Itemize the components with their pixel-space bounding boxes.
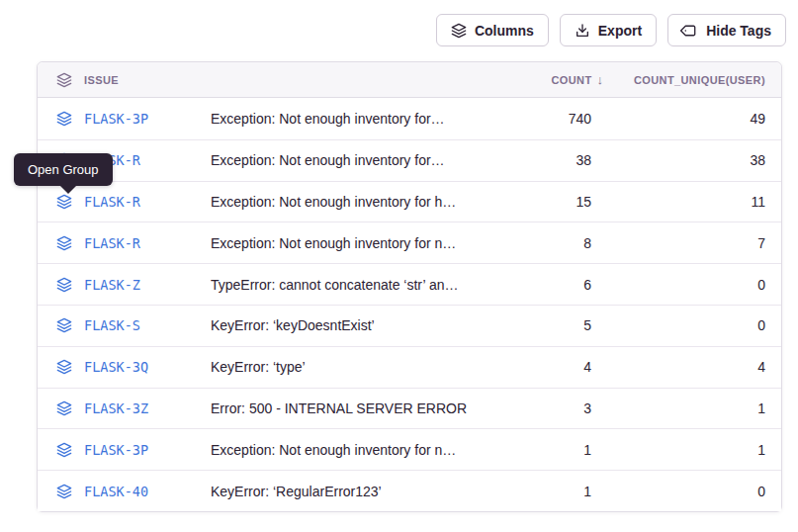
table-row: FLASK-R Exception: Not enough inventory … [38, 139, 781, 181]
count-value: 38 [494, 152, 603, 168]
issue-layers-icon[interactable] [56, 442, 72, 458]
tooltip-caret [60, 186, 76, 194]
issue-link[interactable]: FLASK-S [84, 317, 140, 333]
count-value: 5 [494, 317, 603, 333]
table-body: FLASK-3P Exception: Not enough inventory… [38, 98, 781, 511]
download-icon [575, 23, 590, 39]
issue-link[interactable]: FLASK-3Q [84, 359, 148, 375]
issue-layers-icon[interactable] [56, 400, 72, 416]
issue-cell: FLASK-40 [38, 484, 211, 499]
column-header-issue[interactable]: ISSUE [38, 72, 211, 88]
issue-link[interactable]: FLASK-Z [84, 277, 140, 293]
issue-link[interactable]: FLASK-3P [84, 442, 148, 458]
hide-tags-button[interactable]: Hide Tags [667, 14, 786, 46]
table-row: FLASK-R Exception: Not enough inventory … [38, 222, 781, 263]
count-unique-value: 38 [603, 152, 781, 168]
issue-title: Exception: Not enough inventory for… [211, 152, 494, 168]
count-value: 15 [494, 194, 603, 210]
column-header-issue-label: ISSUE [84, 74, 119, 86]
issue-layers-icon[interactable] [56, 194, 72, 210]
open-group-tooltip: Open Group [14, 153, 113, 186]
issue-title: KeyError: ‘keyDoesntExist’ [211, 317, 494, 333]
count-unique-value: 0 [603, 277, 781, 293]
discover-results-page: Columns Export Hide Tags ISSUE [0, 0, 798, 532]
export-button-label: Export [598, 23, 642, 39]
issue-title: TypeError: cannot concatenate ‘str’ an… [211, 277, 494, 293]
count-unique-value: 0 [603, 484, 781, 499]
issue-link[interactable]: FLASK-R [84, 235, 140, 251]
count-unique-value: 1 [603, 442, 781, 458]
tag-icon [679, 19, 702, 42]
count-unique-value: 4 [603, 359, 781, 375]
column-header-count-unique[interactable]: COUNT_UNIQUE(USER) [603, 74, 781, 86]
issue-cell: FLASK-Z [38, 277, 211, 293]
count-value: 6 [494, 277, 603, 293]
column-header-count-label: COUNT [551, 74, 591, 86]
issue-cell: FLASK-3P [38, 442, 211, 458]
table-header: ISSUE COUNT ↓ COUNT_UNIQUE(USER) [38, 62, 781, 98]
issue-link[interactable]: FLASK-40 [84, 484, 148, 499]
issue-cell: FLASK-S [38, 317, 211, 333]
issue-cell: FLASK-R [38, 194, 211, 210]
issues-table: ISSUE COUNT ↓ COUNT_UNIQUE(USER) FLASK-3… [37, 61, 782, 512]
issue-link[interactable]: FLASK-3P [84, 111, 148, 127]
count-unique-value: 1 [603, 400, 781, 416]
layers-icon [56, 72, 72, 88]
issue-title: KeyError: ‘RegularError123’ [211, 484, 494, 499]
column-header-count-unique-label: COUNT_UNIQUE(USER) [634, 74, 765, 86]
table-row: FLASK-3Q KeyError: ‘type’ 4 4 [38, 346, 781, 388]
issue-title: Exception: Not enough inventory for h… [211, 194, 494, 210]
count-value: 1 [494, 442, 603, 458]
toolbar: Columns Export Hide Tags [0, 14, 786, 46]
columns-button[interactable]: Columns [436, 14, 549, 46]
table-row: FLASK-40 KeyError: ‘RegularError123’ 1 0 [38, 470, 781, 511]
table-row: FLASK-R Exception: Not enough inventory … [38, 181, 781, 222]
issue-cell: FLASK-R [38, 235, 211, 251]
count-unique-value: 11 [603, 194, 781, 210]
issue-cell: FLASK-3Z [38, 400, 211, 416]
issue-link[interactable]: FLASK-R [84, 194, 140, 210]
count-value: 4 [494, 359, 603, 375]
hide-tags-button-label: Hide Tags [706, 23, 771, 39]
issue-cell: FLASK-3Q [38, 359, 211, 375]
issue-title: KeyError: ‘type’ [211, 359, 494, 375]
issue-title: Exception: Not enough inventory for n… [211, 442, 494, 458]
count-value: 8 [494, 235, 603, 251]
issue-layers-icon[interactable] [56, 359, 72, 375]
table-row: FLASK-Z TypeError: cannot concatenate ‘s… [38, 263, 781, 305]
table-row: FLASK-3P Exception: Not enough inventory… [38, 428, 781, 470]
export-button[interactable]: Export [560, 14, 657, 46]
issue-layers-icon[interactable] [56, 235, 72, 251]
count-value: 1 [494, 484, 603, 499]
issue-link[interactable]: FLASK-3Z [84, 400, 148, 416]
columns-button-label: Columns [475, 23, 534, 39]
issue-title: Error: 500 - INTERNAL SERVER ERROR [211, 400, 494, 416]
table-row: FLASK-3Z Error: 500 - INTERNAL SERVER ER… [38, 388, 781, 429]
table-row: FLASK-S KeyError: ‘keyDoesntExist’ 5 0 [38, 305, 781, 346]
issue-title: Exception: Not enough inventory for… [211, 111, 494, 127]
open-group-tooltip-label: Open Group [28, 162, 99, 177]
layers-icon [451, 23, 467, 39]
count-value: 3 [494, 400, 603, 416]
issue-cell: FLASK-3P [38, 111, 211, 127]
count-value: 740 [494, 111, 603, 127]
issue-title: Exception: Not enough inventory for n… [211, 235, 494, 251]
column-header-count[interactable]: COUNT ↓ [494, 72, 603, 87]
issue-layers-icon[interactable] [56, 277, 72, 293]
count-unique-value: 0 [603, 317, 781, 333]
issue-layers-icon[interactable] [56, 111, 72, 127]
count-unique-value: 7 [603, 235, 781, 251]
issue-layers-icon[interactable] [56, 484, 72, 499]
issue-layers-icon[interactable] [56, 317, 72, 333]
count-unique-value: 49 [603, 111, 781, 127]
table-row: FLASK-3P Exception: Not enough inventory… [38, 98, 781, 139]
